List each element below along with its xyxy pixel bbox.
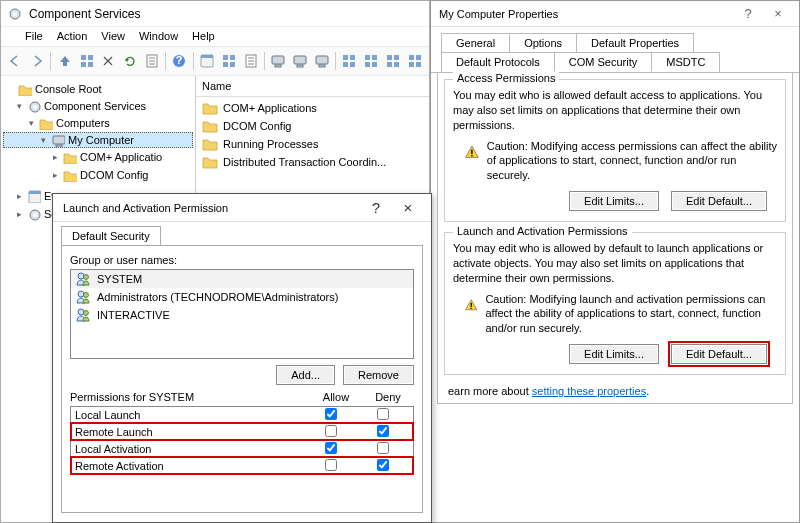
help-icon[interactable]: ? [363, 199, 389, 216]
launch-edit-limits-button[interactable]: Edit Limits... [569, 344, 659, 364]
tb-grid[interactable] [76, 50, 97, 72]
user-list[interactable]: SYSTEM Administrators (TECHNODROME\Admin… [70, 269, 414, 359]
tab-msdtc[interactable]: MSDTC [651, 52, 720, 72]
launch-caution: Caution: Modifying launch and activation… [485, 292, 777, 337]
learn-prefix: earn more about [448, 385, 532, 397]
list-header-name[interactable]: Name [196, 76, 429, 97]
props-titlebar: My Computer Properties ? × [431, 1, 799, 27]
perm-row-remote-activation: Remote Activation [71, 457, 413, 474]
learn-more-link[interactable]: setting these properties [532, 385, 646, 397]
perm-row-local-launch: Local Launch [71, 407, 413, 423]
props-title: My Computer Properties [439, 8, 558, 20]
tb-x[interactable] [98, 50, 119, 72]
list-item[interactable]: Distributed Transaction Coordin... [202, 153, 423, 171]
tree-dcom-config[interactable]: ▸DCOM Config [3, 167, 193, 183]
access-permissions-group: Access Permissions You may edit who is a… [444, 79, 786, 222]
tb-i[interactable] [382, 50, 403, 72]
tab-com-security[interactable]: COM Security [554, 52, 652, 72]
access-desc: You may edit who is allowed default acce… [453, 88, 777, 133]
tb-c[interactable] [240, 50, 261, 72]
close-icon[interactable]: × [395, 199, 421, 216]
warning-icon [465, 292, 477, 318]
tab-default-security[interactable]: Default Security [61, 226, 161, 245]
tb-ref[interactable] [120, 50, 141, 72]
com-security-panel: Access Permissions You may edit who is a… [437, 72, 793, 404]
perm-row-remote-launch: Remote Launch [71, 423, 413, 440]
add-button[interactable]: Add... [276, 365, 335, 385]
menu-view[interactable]: View [101, 30, 125, 42]
access-caution: Caution: Modifying access permissions ca… [487, 139, 777, 184]
tab-default-protocols[interactable]: Default Protocols [441, 52, 555, 72]
app-icon [7, 6, 23, 22]
tb-f[interactable] [311, 50, 332, 72]
tab-default-properties[interactable]: Default Properties [576, 33, 694, 52]
list-item[interactable]: COM+ Applications [202, 99, 423, 117]
user-item-system[interactable]: SYSTEM [71, 270, 413, 288]
access-edit-limits-button[interactable]: Edit Limits... [569, 191, 659, 211]
tb-e[interactable] [290, 50, 311, 72]
remove-button[interactable]: Remove [343, 365, 414, 385]
user-item-administrators[interactable]: Administrators (TECHNODROME\Administrato… [71, 288, 413, 306]
menu-file[interactable]: File [25, 30, 43, 42]
my-computer-properties-dialog: My Computer Properties ? × General Optio… [430, 0, 800, 523]
tb-h[interactable] [361, 50, 382, 72]
tb-g[interactable] [339, 50, 360, 72]
user-item-interactive[interactable]: INTERACTIVE [71, 306, 413, 324]
menu-action[interactable]: Action [57, 30, 88, 42]
launch-legend: Launch and Activation Permissions [453, 225, 632, 237]
launch-permissions-group: Launch and Activation Permissions You ma… [444, 232, 786, 375]
tree-my-computer[interactable]: ▾My Computer [3, 132, 193, 148]
tb-a[interactable] [197, 50, 218, 72]
tb-fwd[interactable] [27, 50, 48, 72]
menu-help[interactable]: Help [192, 30, 215, 42]
launch-edit-default-button[interactable]: Edit Default... [671, 344, 767, 364]
tree-com-applications[interactable]: ▸COM+ Applicatio [3, 149, 193, 165]
tree-computers[interactable]: ▾Computers [3, 115, 193, 131]
tab-options[interactable]: Options [509, 33, 577, 52]
access-legend: Access Permissions [453, 72, 559, 84]
launch-activation-permission-dialog: Launch and Activation Permission ? × Def… [52, 193, 432, 523]
tree-console-root[interactable]: Console Root [3, 81, 193, 97]
permissions-table: Local Launch Remote Launch Local Activat… [70, 406, 414, 475]
main-titlebar: Component Services [1, 1, 429, 27]
perm-row-local-activation: Local Activation [71, 440, 413, 457]
group-or-user-names-label: Group or user names: [70, 254, 414, 266]
list-item[interactable]: DCOM Config [202, 117, 423, 135]
allow-col-header: Allow [310, 391, 362, 403]
allow-remote-launch-checkbox[interactable] [325, 425, 337, 437]
deny-local-launch-checkbox[interactable] [377, 408, 389, 420]
tab-general[interactable]: General [441, 33, 510, 52]
menu-window[interactable]: Window [139, 30, 178, 42]
toolbar [1, 46, 429, 76]
deny-local-activation-checkbox[interactable] [377, 442, 389, 454]
tb-back[interactable] [5, 50, 26, 72]
list-item[interactable]: Running Processes [202, 135, 423, 153]
perm-title: Launch and Activation Permission [63, 202, 228, 214]
access-edit-default-button[interactable]: Edit Default... [671, 191, 767, 211]
launch-desc: You may edit who is allowed by default t… [453, 241, 777, 286]
deny-remote-launch-checkbox[interactable] [377, 425, 389, 437]
warning-icon [465, 139, 479, 165]
deny-remote-activation-checkbox[interactable] [377, 459, 389, 471]
perm-titlebar: Launch and Activation Permission ? × [53, 194, 431, 222]
tb-d[interactable] [268, 50, 289, 72]
close-icon[interactable]: × [765, 6, 791, 21]
tb-prop[interactable] [141, 50, 162, 72]
permissions-for-label: Permissions for SYSTEM [70, 391, 310, 403]
tree-component-services[interactable]: ▾Component Services [3, 98, 193, 114]
tb-up[interactable] [54, 50, 75, 72]
menubar: File Action View Window Help [1, 27, 429, 46]
deny-col-header: Deny [362, 391, 414, 403]
tb-help[interactable] [169, 50, 190, 72]
allow-local-launch-checkbox[interactable] [325, 408, 337, 420]
main-title: Component Services [29, 7, 140, 21]
help-icon[interactable]: ? [735, 6, 761, 21]
allow-remote-activation-checkbox[interactable] [325, 459, 337, 471]
tb-b[interactable] [218, 50, 239, 72]
allow-local-activation-checkbox[interactable] [325, 442, 337, 454]
tb-j[interactable] [404, 50, 425, 72]
